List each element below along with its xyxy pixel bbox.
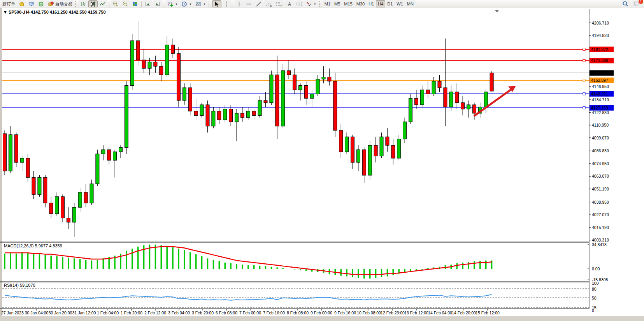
toolbar-separator [109, 1, 109, 7]
vertical-line-tool-icon[interactable] [235, 0, 244, 7]
candle-body [356, 150, 360, 162]
candle-body [461, 102, 465, 109]
svg-text:A: A [288, 2, 291, 7]
timeframe-m15[interactable]: M15 [342, 0, 354, 7]
mt4-window: { "toolbar": { "new_order_label": "新订单",… [0, 0, 644, 321]
timeframe-m1[interactable]: M1 [323, 0, 332, 7]
orders-icon[interactable] [17, 0, 26, 7]
level-line-handle[interactable] [583, 59, 585, 62]
candlestick-chart-icon[interactable] [88, 0, 98, 7]
time-axis-label: 3 Feb 20:00 [192, 310, 214, 315]
price-tag-label: 4127.139 [591, 106, 608, 110]
candle-body [206, 105, 209, 126]
candle-body [32, 177, 35, 194]
candle-body [3, 134, 7, 171]
candle-body [368, 145, 372, 175]
auto-scroll-icon[interactable] [143, 0, 153, 7]
price-tick-label: 4099.070 [592, 136, 609, 140]
dropdown-caret: ▼ [203, 3, 206, 5]
price-chart-svg[interactable]: 4206.7104194.8304146.9504134.7104122.830… [0, 8, 644, 321]
candle-body [119, 148, 123, 152]
dropdown-caret: ▼ [189, 3, 192, 5]
timeframe-h1[interactable]: H1 [367, 0, 376, 7]
period-clock-button[interactable]: ▼ [180, 0, 193, 7]
candle-body [55, 197, 59, 214]
level-line-handle[interactable] [583, 93, 585, 95]
cursor-tool-icon[interactable] [212, 0, 221, 7]
timeframe-m30[interactable]: M30 [354, 0, 367, 7]
chart-area[interactable]: 4206.7104194.8304146.9504134.7104122.830… [0, 8, 644, 321]
dropdown-caret: ▼ [175, 3, 178, 5]
candle-body [316, 79, 319, 94]
price-tick-label: 4027.070 [592, 212, 609, 217]
template-button[interactable]: ▼ [194, 0, 207, 7]
line-chart-icon[interactable] [98, 0, 107, 7]
time-axis-label: 1 Feb 04:00 [97, 310, 119, 315]
candle-body [432, 81, 435, 94]
alerts-icon[interactable] [37, 0, 46, 7]
candle-body [409, 98, 412, 122]
chart-shift-icon[interactable] [153, 0, 162, 7]
candle-body [14, 135, 18, 162]
candle-body [136, 41, 140, 60]
channel-tool-icon[interactable]: E [264, 0, 274, 7]
candle-body [397, 139, 401, 158]
price-tick-label: 4086.830 [592, 148, 609, 153]
trendline-tool-icon[interactable] [254, 0, 263, 7]
candle-body [78, 192, 82, 207]
rsi-scale-label: 0 [592, 308, 594, 313]
shapes-tool-icon [306, 1, 312, 7]
shapes-tool-button[interactable]: ▼ [304, 0, 318, 7]
candle-body [322, 77, 325, 79]
time-axis-label: 14 Feb 20:00 [452, 310, 476, 315]
candle-body [472, 105, 476, 113]
price-tag-label: 4152.897 [591, 78, 608, 83]
crosshair-tool-icon[interactable] [222, 0, 231, 7]
chart-collapse-arrow: ▼ [3, 10, 7, 14]
candle-body [38, 177, 41, 194]
level-line-handle[interactable] [583, 107, 585, 109]
zoom-in-icon[interactable] [111, 0, 120, 7]
level-line-handle[interactable] [583, 79, 585, 81]
candle-body [113, 152, 117, 160]
terminal-icon[interactable] [27, 0, 36, 7]
text-label-tool-icon[interactable]: T [295, 0, 304, 7]
candle-body [345, 137, 349, 152]
candle-body [351, 137, 354, 162]
timeframe-h4[interactable]: H4 [376, 0, 385, 7]
notifications-button[interactable]: 1 [632, 0, 642, 7]
candle-body [380, 137, 383, 156]
search-icon[interactable] [621, 0, 630, 7]
tile-windows-icon[interactable] [130, 0, 140, 7]
candle-body [374, 145, 377, 156]
candle-body [264, 101, 267, 102]
timeframe-w1[interactable]: W1 [395, 0, 405, 7]
svg-text:F: F [281, 4, 282, 7]
time-axis-label: 12 Feb 23:00 [381, 310, 405, 315]
level-line-handle[interactable] [583, 48, 585, 51]
fibonacci-tool-icon[interactable]: F [274, 0, 284, 7]
candle-body [142, 60, 146, 69]
timeframe-d1[interactable]: D1 [385, 0, 395, 7]
timeframe-mn[interactable]: MN [405, 0, 416, 7]
horizontal-line-tool-icon[interactable] [244, 0, 254, 7]
toolbar-separator [164, 1, 164, 7]
time-axis-label: 31 Jan 12:00 [72, 310, 96, 315]
macd-scale-label: 34.8418 [592, 242, 607, 247]
autotrading-button[interactable]: 自动交易 [46, 0, 74, 7]
new-order-button[interactable]: 新订单 [1, 0, 17, 7]
text-tool-icon[interactable]: A [285, 0, 294, 7]
dropdown-caret: ▼ [314, 3, 316, 5]
candle-body [281, 71, 285, 126]
autotrading-icon [48, 1, 54, 7]
toolbar-grip [209, 1, 211, 7]
candle-body [177, 53, 181, 101]
timeframe-m5[interactable]: M5 [332, 0, 342, 7]
zoom-out-icon[interactable] [121, 0, 130, 7]
time-axis-label: 13 Feb 12:00 [404, 310, 428, 315]
add-indicator-button[interactable]: ▼ [166, 0, 179, 7]
candle-body [72, 207, 76, 222]
time-axis-label: 30 Jan 20:00 [49, 310, 72, 315]
time-axis-label: 30 Jan 04:00 [25, 310, 49, 315]
bar-chart-icon[interactable] [79, 0, 88, 7]
